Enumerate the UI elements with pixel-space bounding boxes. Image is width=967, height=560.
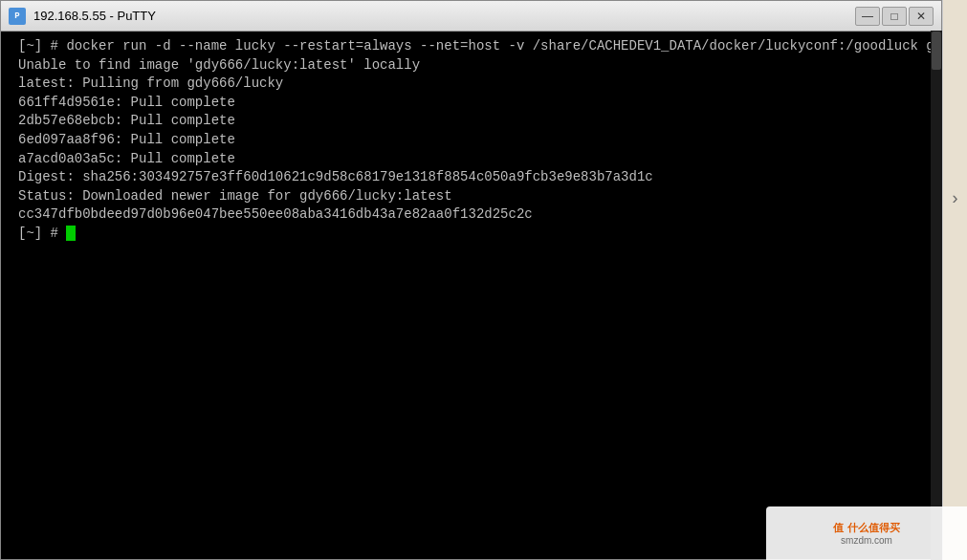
right-arrow-icon[interactable]: › xyxy=(950,189,960,208)
window-controls: — □ ✕ xyxy=(855,7,934,26)
terminal-line-5: 2db57e68ebcb: Pull complete xyxy=(18,112,934,131)
terminal-body[interactable]: [~] # docker run -d --name lucky --resta… xyxy=(1,32,941,559)
cursor xyxy=(66,226,76,241)
window-title: 192.168.5.55 - PuTTY xyxy=(33,9,855,23)
scroll-thumb[interactable] xyxy=(932,32,941,70)
close-button[interactable]: ✕ xyxy=(909,7,934,26)
watermark-logo: 值 什么值得买 xyxy=(833,521,899,535)
putty-icon: P xyxy=(9,8,26,25)
minimize-button[interactable]: — xyxy=(855,7,880,26)
maximize-button[interactable]: □ xyxy=(882,7,907,26)
terminal-line-4: 661ff4d9561e: Pull complete xyxy=(18,94,934,113)
scrollbar[interactable] xyxy=(931,31,942,560)
watermark-inner: 值 什么值得买 smzdm.com xyxy=(833,521,899,546)
terminal-line-7: a7acd0a03a5c: Pull complete xyxy=(18,150,934,169)
terminal-line-2: Unable to find image 'gdy666/lucky:lates… xyxy=(18,56,934,75)
terminal-line-10: cc347dfb0bdeed97d0b96e047bee550ee08aba34… xyxy=(18,205,934,225)
watermark: 值 什么值得买 smzdm.com xyxy=(766,506,967,560)
watermark-sub: smzdm.com xyxy=(841,535,892,546)
putty-window: P 192.168.5.55 - PuTTY — □ ✕ 占 板 [~] # d… xyxy=(0,0,942,560)
terminal-line-9: Status: Downloaded newer image for gdy66… xyxy=(18,187,934,206)
terminal-line-6: 6ed097aa8f96: Pull complete xyxy=(18,131,934,150)
terminal-line-3: latest: Pulling from gdy666/lucky xyxy=(18,75,934,94)
terminal-line-8: Digest: sha256:303492757e3ff60d10621c9d5… xyxy=(18,168,934,187)
terminal-prompt: [~] # xyxy=(18,225,934,244)
right-panel: › xyxy=(942,0,967,560)
title-bar: P 192.168.5.55 - PuTTY — □ ✕ xyxy=(1,1,941,32)
terminal-line-1: [~] # docker run -d --name lucky --resta… xyxy=(18,37,934,56)
